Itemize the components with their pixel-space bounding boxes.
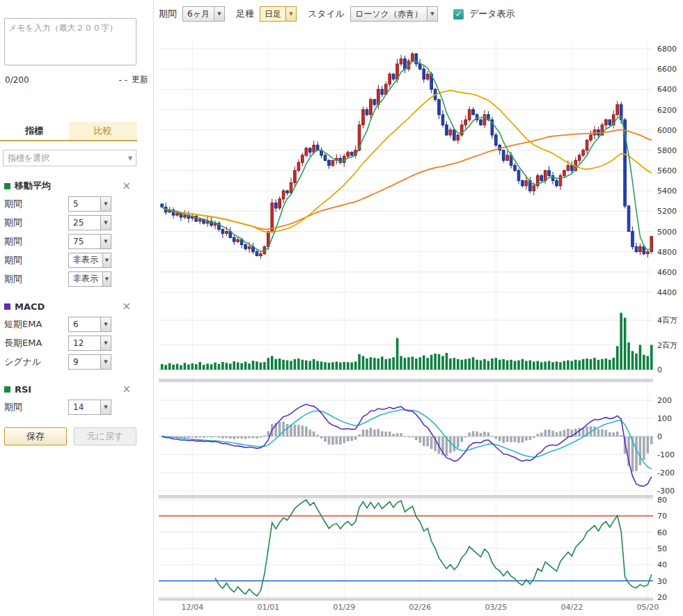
indicator-color-swatch: [4, 303, 10, 310]
param-label: 長期EMA: [4, 337, 68, 349]
svg-text:02/26: 02/26: [409, 603, 431, 612]
close-icon[interactable]: ×: [122, 181, 131, 191]
tab-indicators[interactable]: 指標: [0, 122, 69, 140]
chevron-down-icon: ▼: [427, 7, 437, 21]
memo-update-button[interactable]: 更新: [132, 74, 148, 86]
memo-input[interactable]: [4, 18, 136, 65]
svg-text:03/25: 03/25: [485, 603, 507, 612]
svg-text:4百万: 4百万: [657, 316, 677, 325]
svg-text:30: 30: [657, 577, 667, 586]
svg-text:5400: 5400: [657, 187, 677, 196]
param-label: 期間: [4, 198, 68, 210]
svg-text:200: 200: [657, 396, 672, 405]
sidebar-tabs: 指標比較: [0, 122, 137, 141]
indicator-title: RSI: [15, 384, 31, 395]
chevron-down-icon: ▼: [100, 355, 111, 369]
chart-canvas[interactable]: 12/0401/0101/2902/2603/2504/2205/2068006…: [159, 38, 683, 616]
svg-text:60: 60: [657, 528, 667, 537]
chart-svg: 12/0401/0101/2902/2603/2504/2205/2068006…: [159, 38, 683, 616]
svg-text:70: 70: [657, 512, 667, 521]
chevron-down-icon: ▼: [285, 7, 296, 21]
param-select[interactable]: 75▼: [68, 234, 111, 249]
param-select[interactable]: 12▼: [68, 335, 111, 351]
style-select-value: ローソク（赤青）: [351, 7, 427, 21]
chevron-down-icon: ▼: [100, 336, 111, 350]
param-label: 短期EMA: [4, 318, 68, 331]
svg-text:01/01: 01/01: [257, 603, 279, 612]
chart-toolbar: 期間 6ヶ月 ▼ 足種 日足 ▼ スタイル ローソク（赤青） ▼ ✓ データ表示: [159, 6, 515, 22]
chevron-down-icon: ▼: [125, 155, 136, 161]
indicator-color-swatch: [4, 183, 10, 189]
style-label: スタイル: [308, 8, 345, 20]
chevron-down-icon: ▼: [102, 272, 111, 286]
param-label: 期間: [4, 235, 68, 248]
svg-text:-200: -200: [657, 468, 675, 477]
indicator-select[interactable]: 指標を選択 ▼: [3, 150, 136, 166]
param-label: 期間: [4, 273, 68, 285]
param-select[interactable]: 14▼: [68, 400, 111, 415]
svg-text:4800: 4800: [657, 248, 677, 257]
param-select[interactable]: 25▼: [68, 215, 111, 230]
svg-text:6800: 6800: [657, 45, 677, 54]
close-icon[interactable]: ×: [122, 384, 131, 395]
indicator-title: 移動平均: [15, 180, 51, 192]
close-icon[interactable]: ×: [122, 301, 131, 312]
indicator-section: RSI×期間14▼: [4, 381, 153, 416]
svg-text:-300: -300: [657, 487, 675, 496]
indicator-section: MACD×短期EMA6▼長期EMA12▼シグナル9▼: [4, 298, 153, 371]
svg-text:05/20: 05/20: [636, 603, 659, 612]
svg-text:5600: 5600: [657, 166, 677, 175]
chevron-down-icon: ▼: [100, 197, 111, 211]
param-select[interactable]: 非表示▼: [68, 253, 111, 268]
svg-text:-100: -100: [657, 450, 675, 459]
svg-text:6600: 6600: [657, 65, 677, 74]
style-select[interactable]: ローソク（赤青） ▼: [350, 6, 438, 22]
memo-char-counter: 0/200: [5, 75, 29, 85]
indicator-title: MACD: [15, 301, 45, 312]
svg-text:6200: 6200: [657, 106, 677, 115]
period-label: 期間: [159, 8, 177, 20]
period-select[interactable]: 6ヶ月 ▼: [182, 6, 225, 22]
svg-text:20: 20: [657, 593, 667, 602]
period-select-value: 6ヶ月: [183, 7, 214, 21]
svg-text:0: 0: [657, 365, 662, 374]
sidebar: 0/200 - - 更新 指標比較 指標を選択 ▼ 移動平均×期間5▼期間25▼…: [0, 0, 154, 616]
indicator-section: 移動平均×期間5▼期間25▼期間75▼期間非表示▼期間非表示▼: [4, 177, 153, 288]
chevron-down-icon: ▼: [214, 7, 224, 21]
svg-text:5200: 5200: [657, 207, 677, 216]
memo-updated-time: - -: [119, 75, 127, 85]
reset-button[interactable]: 元に戻す: [74, 427, 136, 445]
param-label: シグナル: [4, 356, 68, 368]
svg-text:50: 50: [657, 544, 667, 553]
svg-text:04/22: 04/22: [560, 603, 583, 612]
tab-compare[interactable]: 比較: [69, 122, 138, 140]
param-label: 期間: [4, 401, 68, 413]
param-select[interactable]: 非表示▼: [68, 271, 111, 287]
chevron-down-icon: ▼: [100, 317, 111, 331]
svg-text:4600: 4600: [657, 268, 677, 277]
svg-text:4400: 4400: [657, 288, 677, 297]
param-select[interactable]: 5▼: [68, 196, 111, 212]
svg-text:5800: 5800: [657, 146, 677, 155]
data-display-label: データ表示: [469, 8, 515, 20]
indicator-color-swatch: [4, 386, 10, 393]
svg-text:80: 80: [657, 496, 667, 505]
svg-text:6400: 6400: [657, 85, 677, 94]
chevron-down-icon: ▼: [102, 253, 111, 267]
bartype-label: 足種: [236, 8, 254, 20]
param-label: 期間: [4, 254, 68, 267]
chevron-down-icon: ▼: [100, 235, 111, 248]
save-button[interactable]: 保存: [4, 427, 67, 445]
param-select[interactable]: 6▼: [68, 317, 111, 332]
bartype-select-value: 日足: [260, 7, 285, 21]
data-display-checkbox[interactable]: ✓: [453, 9, 464, 19]
param-select[interactable]: 9▼: [68, 354, 111, 370]
svg-text:6000: 6000: [657, 126, 677, 135]
svg-text:5000: 5000: [657, 228, 677, 237]
svg-text:40: 40: [657, 560, 667, 569]
svg-text:0: 0: [657, 432, 662, 441]
param-label: 期間: [4, 216, 68, 229]
indicator-select-value: 指標を選択: [3, 152, 125, 164]
bartype-select[interactable]: 日足 ▼: [260, 6, 297, 22]
svg-text:100: 100: [657, 414, 672, 423]
